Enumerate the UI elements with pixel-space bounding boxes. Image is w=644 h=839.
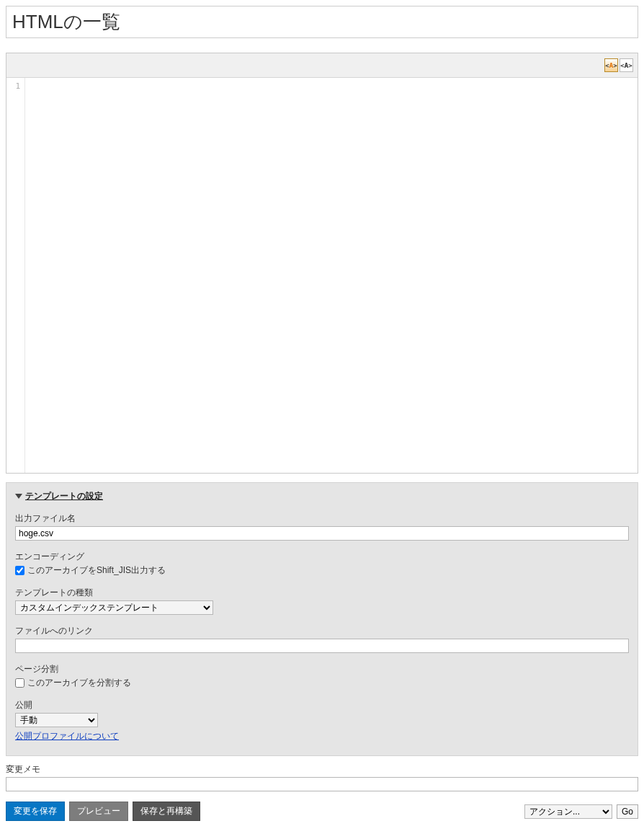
editor-toolbar: <A> <A>	[6, 53, 638, 78]
pagination-checkbox-label: このアーカイブを分割する	[27, 677, 131, 689]
settings-toggle[interactable]: テンプレートの設定	[15, 490, 629, 502]
publish-select[interactable]: 手動	[15, 713, 98, 727]
action-row: 変更を保存 プレビュー 保存と再構築 アクション... Go	[6, 802, 638, 821]
collapse-triangle-icon	[15, 494, 22, 499]
encoding-checkbox-row[interactable]: このアーカイブをShift_JIS出力する	[15, 564, 629, 577]
output-filename-label: 出力ファイル名	[15, 512, 629, 525]
template-type-field: テンプレートの種類 カスタムインデックステンプレート	[15, 587, 629, 615]
pagination-field: ページ分割 このアーカイブを分割する	[15, 663, 629, 689]
encoding-label: エンコーディング	[15, 551, 629, 563]
file-link-input[interactable]	[15, 639, 629, 653]
output-filename-field: 出力ファイル名	[15, 512, 629, 541]
pagination-checkbox-row[interactable]: このアーカイブを分割する	[15, 677, 629, 689]
template-settings-panel: テンプレートの設定 出力ファイル名 エンコーディング このアーカイブをShift…	[6, 482, 638, 756]
publish-label: 公開	[15, 699, 629, 711]
code-editor: <A> <A> 1	[6, 53, 638, 474]
pagination-label: ページ分割	[15, 663, 629, 675]
preview-button[interactable]: プレビュー	[69, 802, 128, 821]
settings-title-text: テンプレートの設定	[25, 490, 103, 502]
save-button[interactable]: 変更を保存	[6, 802, 65, 821]
encoding-field: エンコーディング このアーカイブをShift_JIS出力する	[15, 551, 629, 577]
editor-gutter: 1	[6, 78, 25, 473]
file-link-field: ファイルへのリンク	[15, 625, 629, 653]
change-memo-input[interactable]	[6, 777, 638, 791]
publish-field: 公開 手動 公開プロファイルについて	[15, 699, 629, 742]
change-memo-block: 変更メモ	[6, 763, 638, 791]
template-type-select[interactable]: カスタムインデックステンプレート	[15, 600, 213, 615]
gutter-line-number: 1	[6, 81, 24, 92]
template-title-input[interactable]	[6, 6, 638, 38]
editor-textarea[interactable]	[25, 78, 638, 473]
pagination-checkbox[interactable]	[15, 678, 24, 688]
editor-body: 1	[6, 78, 638, 473]
syntax-highlight-on-icon[interactable]: <A>	[604, 58, 618, 72]
bulk-action-select[interactable]: アクション...	[524, 804, 612, 819]
file-link-label: ファイルへのリンク	[15, 625, 629, 637]
template-type-label: テンプレートの種類	[15, 587, 629, 599]
syntax-highlight-off-icon[interactable]: <A>	[620, 58, 633, 72]
output-filename-input[interactable]	[15, 526, 629, 541]
go-button[interactable]: Go	[617, 804, 638, 819]
change-memo-label: 変更メモ	[6, 763, 638, 776]
encoding-checkbox-label: このアーカイブをShift_JIS出力する	[27, 564, 166, 577]
save-and-rebuild-button[interactable]: 保存と再構築	[133, 802, 200, 821]
encoding-checkbox[interactable]	[15, 566, 24, 575]
publish-profile-help-link[interactable]: 公開プロファイルについて	[15, 731, 119, 741]
